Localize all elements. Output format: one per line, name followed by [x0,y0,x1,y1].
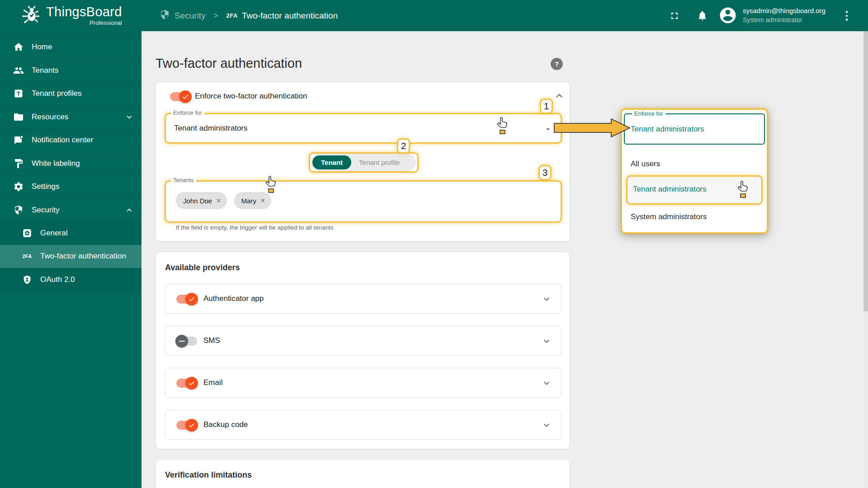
sidebar-item-label: Security [32,206,59,215]
dropdown-caret-icon[interactable] [543,124,553,136]
provider-toggle[interactable] [176,379,197,388]
general-icon [22,228,33,239]
provider-toggle[interactable] [176,295,197,304]
provider-expand-icon[interactable] [541,336,552,348]
chevron-up-icon[interactable] [124,205,134,217]
provider-row-authenticator[interactable]: Authenticator app [165,284,561,314]
sidebar-item-label: Two-factor authentication [40,252,126,261]
hand-cursor-icon [496,117,510,137]
sidebar-item-white-labeling[interactable]: White labeling [0,152,142,175]
tenant-profile-segment[interactable]: Tenant profile [351,159,407,166]
provider-expand-icon[interactable] [541,294,552,306]
white-labeling-icon [13,158,24,169]
provider-label: SMS [203,336,220,345]
provider-toggle[interactable] [176,337,197,346]
settings-gear-icon [13,181,24,192]
sidebar-item-security[interactable]: Security [0,198,142,222]
hand-cursor-icon [736,180,751,201]
tenants-label: Tenants [171,177,196,183]
sidebar-item-settings[interactable]: Settings [0,175,142,198]
user-info[interactable]: sysadmin@thingsboard.org System administ… [743,6,826,24]
sidebar-item-resources[interactable]: Resources [0,105,142,129]
toggle-check-icon [185,419,198,432]
twofa-icon: 2FA [22,251,33,262]
providers-card: Available providers Authenticator app SM… [156,252,570,449]
enforce-card: Enforce two-factor authentication Enforc… [156,82,570,242]
entity-type-toggle: Tenant Tenant profile [311,154,416,171]
tenant-chip[interactable]: John Doe × [176,192,227,209]
option-system-administrators[interactable]: System administrators [631,212,707,221]
provider-expand-icon[interactable] [541,420,552,432]
sidebar-item-notification-center[interactable]: Notification center [0,128,142,152]
page-title: Two-factor authentication [156,56,302,71]
sidebar-item-label: Tenant profiles [32,89,82,98]
sidebar-item-home[interactable]: Home [0,35,142,59]
sidebar-item-general[interactable]: General [0,221,142,245]
twofa-icon: 2FA [226,12,238,19]
sidebar-item-label: OAuth 2.0 [40,275,75,284]
fullscreen-icon[interactable] [669,10,680,23]
notifications-bell-icon[interactable] [697,10,708,23]
verification-title: Verification limitations [165,470,252,480]
tenants-helper-text: If the field is empty, the trigger will … [176,224,334,231]
user-email: sysadmin@thingsboard.org [743,6,826,15]
logo-bug-icon [21,4,42,27]
screen: ThingsBoard Professional Security > 2FA … [0,0,868,488]
app-logo[interactable]: ThingsBoard Professional [21,4,122,27]
breadcrumb-section-label: Security [175,11,206,21]
breadcrumb: Security > 2FA Two-factor authentication [159,0,338,31]
popup-field-value: Tenant administrators [631,125,704,134]
enforce-for-dropdown-popup: Enforce for Tenant administrators All us… [621,108,768,234]
provider-label: Backup code [203,420,248,429]
toggle-minus-icon [175,335,188,347]
provider-row-sms[interactable]: SMS [165,326,561,356]
oauth-icon [22,274,33,285]
enforce-toggle[interactable] [170,92,191,101]
provider-toggle[interactable] [176,421,197,430]
top-bar: ThingsBoard Professional Security > 2FA … [0,0,868,31]
provider-row-email[interactable]: Email [165,368,561,398]
chip-label: Mary [241,197,256,205]
enforce-toggle-label: Enforce two-factor authentication [195,92,307,101]
enforce-for-value: Tenant administrators [174,124,248,133]
sidebar-item-label: Tenants [32,66,59,75]
hand-cursor-icon [264,175,279,196]
verification-card: Verification limitations Total allowed t… [156,459,570,488]
notification-center-icon [13,135,24,145]
toggle-check-icon [185,293,198,305]
sidebar: Home Tenants T Tenant profiles Resources… [0,31,142,488]
providers-title: Available providers [165,263,240,272]
user-role: System administrator [743,15,826,24]
scrollbar-thumb[interactable] [863,31,868,311]
avatar[interactable] [718,6,737,27]
chevron-down-icon[interactable] [124,112,134,124]
close-icon[interactable]: × [216,197,221,205]
tenant-segment[interactable]: Tenant [312,155,351,169]
option-all-users[interactable]: All users [631,160,660,169]
step-badge-2: 2 [397,138,410,154]
sidebar-item-two-factor[interactable]: 2FA Two-factor authentication [0,245,142,268]
logo-title: ThingsBoard [46,5,122,19]
provider-expand-icon[interactable] [541,378,552,390]
kebab-menu-icon[interactable] [843,9,851,23]
svg-text:T: T [17,90,20,97]
sidebar-item-label: Settings [32,182,59,191]
sidebar-item-label: Resources [32,113,68,122]
sidebar-item-tenants[interactable]: Tenants [0,59,142,82]
sidebar-item-oauth[interactable]: OAuth 2.0 [0,268,142,291]
option-tenant-administrators[interactable]: Tenant administrators [633,185,707,194]
step-badge-3: 3 [538,165,552,180]
folder-icon [13,112,24,122]
logo-subtitle: Professional [90,19,122,26]
close-icon[interactable]: × [260,197,265,205]
chip-label: John Doe [183,197,212,205]
sidebar-item-tenant-profiles[interactable]: T Tenant profiles [0,82,142,105]
highlight-arrow [554,118,631,140]
sidebar-item-label: Notification center [32,136,93,145]
breadcrumb-section[interactable]: Security [159,9,206,23]
collapse-chevron-icon[interactable] [553,89,566,104]
help-icon[interactable]: ? [551,58,563,70]
sidebar-item-label: Home [32,42,52,52]
toggle-check-icon [185,377,198,389]
provider-row-backup-code[interactable]: Backup code [165,410,561,440]
